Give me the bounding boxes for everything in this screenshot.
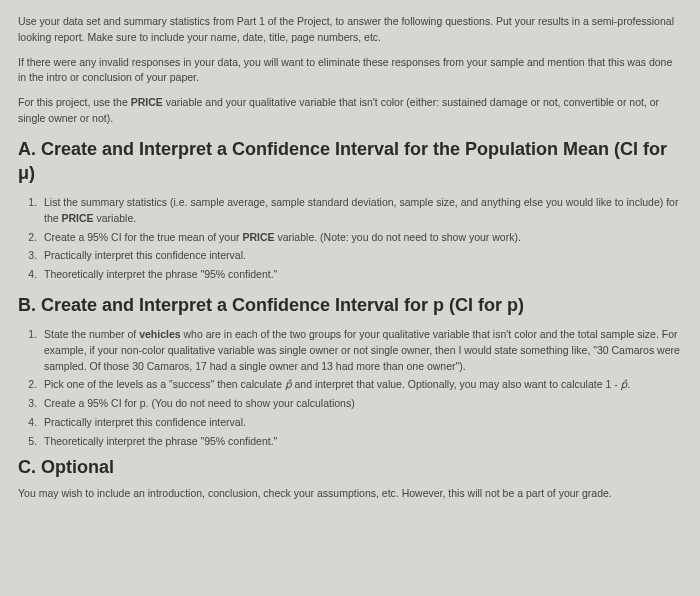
a1-bold: PRICE bbox=[62, 212, 94, 224]
a1-pre: List the summary statistics (i.e. sample… bbox=[44, 196, 678, 224]
section-b-item-2: Pick one of the levels as a "success" th… bbox=[40, 377, 682, 393]
intro-p3-pre: For this project, use the bbox=[18, 96, 131, 108]
section-c-text: You may wish to include an introduction,… bbox=[18, 486, 682, 502]
a2-pre: Create a 95% CI for the true mean of you… bbox=[44, 231, 242, 243]
section-a-item-2: Create a 95% CI for the true mean of you… bbox=[40, 230, 682, 246]
section-b-heading: B. Create and Interpret a Confidence Int… bbox=[18, 293, 682, 317]
b1-pre: State the number of bbox=[44, 328, 139, 340]
section-a-item-4: Theoretically interpret the phrase "95% … bbox=[40, 267, 682, 283]
section-b-item-5: Theoretically interpret the phrase "95% … bbox=[40, 434, 682, 450]
section-a-list: List the summary statistics (i.e. sample… bbox=[18, 195, 682, 283]
intro-paragraph-3: For this project, use the PRICE variable… bbox=[18, 95, 682, 127]
intro-paragraph-1: Use your data set and summary statistics… bbox=[18, 14, 682, 46]
section-b-item-3: Create a 95% CI for p. (You do not need … bbox=[40, 396, 682, 412]
a2-post: variable. (Note: you do not need to show… bbox=[275, 231, 521, 243]
section-a-item-3: Practically interpret this confidence in… bbox=[40, 248, 682, 264]
intro-paragraph-2: If there were any invalid responses in y… bbox=[18, 55, 682, 87]
b2-pre: Pick one of the levels as a "success" th… bbox=[44, 378, 285, 390]
b2-phat-1: p̂ bbox=[285, 378, 292, 390]
section-a-item-1: List the summary statistics (i.e. sample… bbox=[40, 195, 682, 227]
section-b-item-4: Practically interpret this confidence in… bbox=[40, 415, 682, 431]
section-c-heading: C. Optional bbox=[18, 457, 682, 478]
b1-bold: vehicles bbox=[139, 328, 180, 340]
section-b-list: State the number of vehicles who are in … bbox=[18, 327, 682, 449]
a1-post: variable. bbox=[94, 212, 137, 224]
b2-mid: and interpret that value. Optionally, yo… bbox=[292, 378, 621, 390]
section-a-heading: A. Create and Interpret a Confidence Int… bbox=[18, 137, 682, 186]
intro-p3-bold: PRICE bbox=[131, 96, 163, 108]
section-b-item-1: State the number of vehicles who are in … bbox=[40, 327, 682, 374]
b2-post: . bbox=[627, 378, 630, 390]
a2-bold: PRICE bbox=[242, 231, 274, 243]
